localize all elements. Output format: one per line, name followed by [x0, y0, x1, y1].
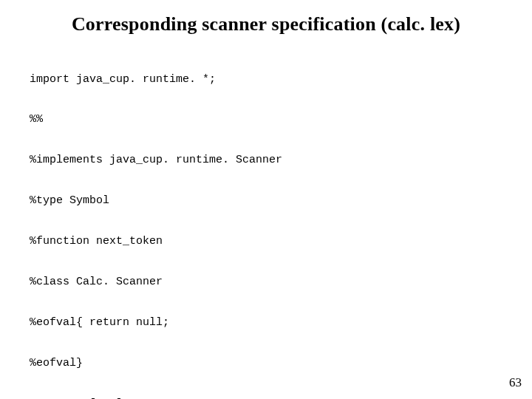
code-line: %class Calc. Scanner [30, 276, 502, 289]
code-line: %function next_token [30, 235, 502, 248]
code-block: import java_cup. runtime. *; %% %impleme… [30, 46, 502, 399]
slide: Corresponding scanner specification (cal… [0, 0, 532, 399]
code-line: %implements java_cup. runtime. Scanner [30, 154, 502, 167]
page-number: 63 [509, 375, 522, 390]
code-line: %% [30, 113, 502, 126]
code-line: %eofval{ return null; [30, 316, 502, 330]
slide-title: Corresponding scanner specification (cal… [30, 13, 502, 35]
code-line: %type Symbol [30, 194, 502, 208]
code-line: %eofval} [30, 357, 502, 370]
code-line: import java_cup. runtime. *; [30, 73, 502, 86]
